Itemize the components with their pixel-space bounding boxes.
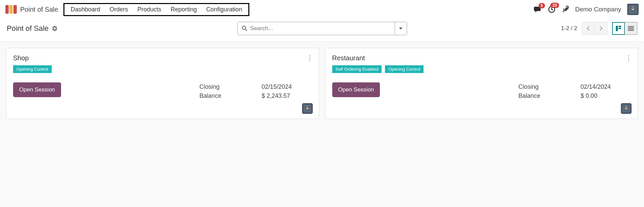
card-menu-button[interactable]: ⋮ [626,54,632,62]
card-menu-button[interactable]: ⋮ [307,54,313,62]
closing-value: 02/14/2024 [581,82,611,91]
navbar-right: 5 23 Demo Company [534,4,639,15]
tag-opening-control: Opening Control [13,65,52,73]
svg-point-7 [242,26,246,29]
card-title: Restaurant [332,54,631,62]
closing-label: Closing [199,82,221,91]
info-values: 02/15/2024 $ 2,243.57 [261,82,292,100]
pager-prev-button[interactable] [582,22,595,35]
svg-rect-4 [631,8,635,9]
svg-rect-13 [628,29,634,29]
svg-rect-12 [628,27,634,28]
navbar: Point of Sale Dashboard Orders Products … [0,0,644,19]
card-user-avatar[interactable] [621,103,632,114]
svg-rect-24 [625,107,628,108]
activities-badge: 23 [550,3,559,8]
kanban-view-button[interactable] [612,22,625,35]
nav-menu-highlighted: Dashboard Orders Products Reporting Conf… [63,3,249,16]
balance-value: $ 2,243.57 [261,91,292,100]
search-input[interactable] [250,25,391,32]
user-avatar[interactable] [627,4,639,15]
info-labels: Closing Balance [518,82,540,100]
card-info: Closing Balance 02/15/2024 $ 2,243.57 [199,82,292,100]
nav-configuration[interactable]: Configuration [206,6,242,13]
company-name[interactable]: Demo Company [575,6,621,13]
caret-down-icon [399,27,402,29]
control-panel: Point of Sale 1-2 / 2 [0,19,644,42]
breadcrumb-wrap: Point of Sale [7,24,57,33]
nav-dashboard[interactable]: Dashboard [70,6,100,13]
activities-icon[interactable]: 23 [548,5,556,13]
navbar-left: Point of Sale Dashboard Orders Products … [5,3,249,16]
svg-rect-14 [628,30,634,31]
app-icon[interactable] [5,5,17,14]
search-dropdown[interactable] [395,22,407,35]
balance-label: Balance [199,91,221,100]
gear-icon[interactable] [52,26,57,31]
card-tags: Opening Control [13,65,312,73]
card-body: Open Session Closing Balance 02/15/2024 … [13,82,312,100]
messages-badge: 5 [539,3,545,8]
nav-orders[interactable]: Orders [109,6,128,13]
pos-card-shop[interactable]: ⋮ Shop Opening Control Open Session Clos… [6,48,319,119]
list-icon [628,26,634,31]
closing-label: Closing [518,82,540,91]
chevron-left-icon [587,26,590,31]
card-tags: Self Ordering Enabled Opening Control [332,65,631,73]
open-session-button[interactable]: Open Session [332,82,380,97]
nav-products[interactable]: Products [138,6,161,13]
open-session-button[interactable]: Open Session [13,82,61,97]
main-content: ⋮ Shop Opening Control Open Session Clos… [0,42,644,207]
card-user-avatar[interactable] [302,103,313,114]
svg-rect-18 [306,107,309,108]
search-icon [242,25,248,31]
pager-buttons [582,22,607,35]
svg-rect-9 [618,26,621,27]
info-labels: Closing Balance [199,82,221,100]
list-view-button[interactable] [625,22,637,35]
view-buttons [612,22,637,35]
svg-rect-10 [618,28,621,29]
messages-icon[interactable]: 5 [534,6,542,13]
search-box[interactable] [237,22,395,35]
right-controls: 1-2 / 2 [561,22,637,35]
breadcrumb: Point of Sale [7,24,49,33]
pos-card-restaurant[interactable]: ⋮ Restaurant Self Ordering Enabled Openi… [325,48,638,119]
balance-label: Balance [518,91,540,100]
pager-next-button[interactable] [595,22,607,35]
card-info: Closing Balance 02/14/2024 $ 0.00 [518,82,611,100]
info-values: 02/14/2024 $ 0.00 [581,82,611,100]
tools-icon[interactable] [562,6,569,13]
pager-text[interactable]: 1-2 / 2 [561,25,577,32]
app-name: Point of Sale [20,6,58,13]
balance-value: $ 0.00 [581,91,611,100]
chevron-right-icon [599,26,603,31]
svg-rect-8 [616,26,618,31]
tag-self-ordering: Self Ordering Enabled [332,65,382,73]
card-body: Open Session Closing Balance 02/14/2024 … [332,82,631,100]
tag-opening-control: Opening Control [385,65,424,73]
search-wrap [237,22,407,35]
closing-value: 02/15/2024 [261,82,292,91]
kanban-icon [615,25,622,31]
card-title: Shop [13,54,312,62]
nav-reporting[interactable]: Reporting [171,6,197,13]
svg-rect-11 [628,26,634,27]
